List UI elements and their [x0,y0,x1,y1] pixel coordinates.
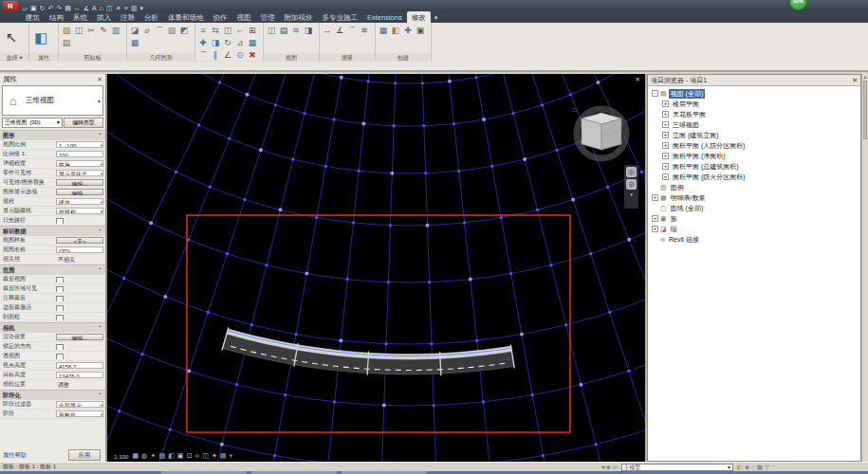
offset-copy-tool[interactable]: ∥ [210,49,221,61]
property-value[interactable]: 全部显示▾ [56,401,103,408]
measure-extra-tool[interactable]: ≋ [359,25,370,36]
temporary-hide-isolate-icon[interactable]: ◫ [202,451,209,461]
undo-icon[interactable]: ↶ [46,5,55,11]
editing-requests-icon[interactable]: ◈ [605,464,612,470]
tree-item[interactable]: +三维视图 [648,119,860,130]
grid-node[interactable] [389,224,392,227]
edit-button[interactable]: 编辑... [56,179,103,186]
tab-体量和场地[interactable]: 体量和场地 [163,11,209,23]
grid-node[interactable] [358,170,360,173]
checkbox[interactable] [56,344,64,350]
create-similar-tool[interactable]: ◧ [390,25,401,36]
grid-node[interactable] [640,171,643,173]
tab-Extensions[interactable]: Extensions [362,11,407,23]
checkbox[interactable] [56,218,64,224]
grid-node[interactable] [243,198,246,201]
grid-node[interactable] [542,454,545,457]
print-icon[interactable]: ▤ [64,5,73,11]
grid-node[interactable] [433,404,435,407]
grid-node[interactable] [448,80,452,83]
create-assembly-tool[interactable]: ✚ [402,25,414,36]
measure-angle-tool[interactable]: ∡ [334,25,345,36]
visual-style-icon[interactable]: ◍ [141,451,147,461]
select-value[interactable]: 建筑 [56,198,103,205]
grid-node[interactable] [589,252,592,255]
expand-icon[interactable]: + [662,153,669,159]
select-value[interactable]: 全部显示 [56,401,103,408]
property-value[interactable] [56,295,103,301]
apply-button[interactable]: 应用 [68,449,101,461]
tree-item[interactable]: +面积平面 (总建筑面积) [648,161,860,172]
measure-icon[interactable]: ↔ [72,5,82,11]
property-value[interactable] [56,304,103,311]
tree-item[interactable]: +楼层平面 [648,99,860,109]
property-section-阶段化[interactable]: 阶段化⌃ [0,390,105,400]
select-value[interactable]: 1 : 100 [56,141,103,148]
property-value[interactable] [56,353,103,359]
aligned-dimension-icon[interactable]: ∡ [82,5,90,11]
align-tool[interactable]: ≡ [197,25,209,36]
properties-palette-tool[interactable]: ◧ [31,25,50,53]
property-value[interactable]: 编辑... [56,334,103,340]
property-value[interactable]: 13426.0 [56,372,103,378]
expand-icon[interactable]: + [652,194,658,201]
text-value[interactable]: {3D} [56,246,103,253]
grid-node[interactable] [482,400,485,403]
grid-node[interactable] [209,186,212,189]
join-geometry-tool[interactable]: ⌀ [141,25,153,36]
grid-node[interactable] [549,264,552,266]
grid-node[interactable] [452,122,455,125]
edit-button[interactable]: <无> [56,237,103,244]
grid-node[interactable] [346,278,349,281]
tree-item[interactable]: ▢图纸 (全部) [648,203,860,213]
clipboard-extra-tool[interactable]: ▤ [61,37,72,48]
expand-icon[interactable]: + [652,226,658,232]
grid-node[interactable] [428,281,431,283]
cut-geometry-tool[interactable]: ◪ [129,25,140,36]
tab-多专业施工[interactable]: 多专业施工 [318,11,363,23]
grid-node[interactable] [627,370,630,373]
property-value[interactable] [56,285,103,292]
grid-node[interactable] [333,400,336,403]
tab-附加模块[interactable]: 附加模块 [280,11,318,23]
property-value[interactable]: 显示原状态▾ [56,170,103,176]
property-value[interactable]: 新构造▾ [56,410,103,417]
grid-node[interactable] [149,221,153,225]
expand-icon[interactable]: + [662,142,669,149]
grid-node[interactable] [279,208,283,211]
select-value[interactable]: 新构造 [56,410,103,417]
view-close-icon[interactable]: ✕ [635,76,640,83]
redo-icon[interactable]: ↷ [55,5,64,11]
grid-node[interactable] [393,124,396,127]
grid-node[interactable] [294,333,297,336]
fillet-tool[interactable]: ⌒ [197,49,209,61]
detail-level-icon[interactable]: ▦ [132,451,139,461]
active-workset-dropdown[interactable]: 主模型 ▾ [621,464,733,471]
grid-node[interactable] [475,339,478,342]
grid-node[interactable] [536,209,539,211]
grid-node[interactable] [187,369,191,373]
design-options-icon[interactable]: ◧ [736,464,744,470]
property-value[interactable]: 不相关 [56,256,103,263]
grid-node[interactable] [482,118,486,121]
grid-node[interactable] [122,277,125,280]
checkbox[interactable] [56,277,64,283]
grid-node[interactable] [250,323,253,326]
tab-管理[interactable]: 管理 [256,11,280,23]
mirror-tool[interactable]: ◫ [222,25,233,36]
measure-length-tool[interactable]: ↔ [322,25,333,36]
property-section-范围[interactable]: 范围⌃ [0,264,105,275]
expand-icon[interactable]: + [662,132,669,138]
property-section-标识数据[interactable]: 标识数据⌃ [0,226,105,236]
grid-node[interactable] [118,410,120,412]
tree-item[interactable]: +▦明细表/数量 [648,192,860,203]
grid-node[interactable] [235,383,238,386]
grid-node[interactable] [579,383,582,387]
checkbox[interactable] [56,315,64,320]
grid-node[interactable] [382,404,386,408]
select-value[interactable]: 按规程 [56,208,103,214]
grid-node[interactable] [541,103,544,106]
grid-node[interactable] [291,157,294,160]
tab-视图[interactable]: 视图 [232,11,256,23]
grid-node[interactable] [305,272,308,276]
